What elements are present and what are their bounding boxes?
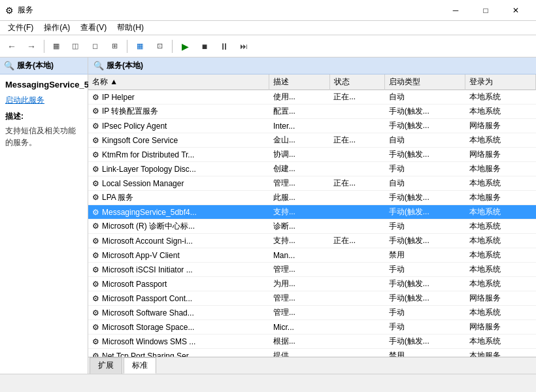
cell-startup: 手动(触发... — [385, 205, 465, 220]
col-header-login[interactable]: 登录为 — [465, 74, 536, 90]
col-header-desc[interactable]: 描述 — [269, 74, 329, 90]
left-panel-icon: 🔍 — [4, 61, 14, 71]
start-service-link[interactable]: 启动此服务 — [5, 95, 82, 106]
cell-name: ⚙Kingsoft Core Service — [88, 133, 269, 148]
cell-desc: Micr... — [269, 320, 329, 335]
cell-login: 本地系统 — [465, 176, 536, 191]
table-row[interactable]: ⚙Microsoft Account Sign-i...支持...正在...手动… — [88, 234, 536, 248]
gear-icon: ⚙ — [92, 251, 99, 260]
table-row[interactable]: ⚙KtmRm for Distributed Tr...协调...手动(触发..… — [88, 148, 536, 162]
pause-button[interactable]: ⏸ — [215, 38, 233, 55]
gear-icon: ⚙ — [92, 337, 99, 346]
table-row[interactable]: ⚙Microsoft (R) 诊断中心标...诊断...手动本地系统 — [88, 220, 536, 234]
gear-icon: ⚙ — [92, 106, 99, 116]
tab-extended[interactable]: 扩展 — [90, 357, 122, 374]
menu-view[interactable]: 查看(V) — [75, 21, 112, 35]
show-console-button[interactable]: ▦ — [48, 38, 65, 55]
restart-button[interactable]: ⏭ — [235, 38, 253, 55]
toolbar-btn-filter[interactable]: ▦ — [131, 38, 149, 55]
table-header-row: 名称 ▲ 描述 状态 启动类型 登录为 — [88, 74, 536, 90]
cell-desc: 配置... — [269, 105, 329, 119]
cell-name: ⚙Microsoft Passport Cont... — [88, 291, 269, 306]
cell-status — [329, 291, 385, 306]
cell-startup: 手动(触发... — [385, 105, 465, 119]
cell-desc: 管理... — [269, 176, 329, 191]
table-row[interactable]: ⚙IPsec Policy AgentInter...手动(触发...网络服务 — [88, 119, 536, 133]
cell-login: 本地系统 — [465, 306, 536, 320]
cell-startup: 手动(触发... — [385, 234, 465, 248]
right-panel-header: 🔍 服务(本地) — [88, 57, 536, 74]
table-row[interactable]: ⚙LPA 服务此服...手动(触发...本地服务 — [88, 191, 536, 205]
toolbar: ← → ▦ ◫ ◻ ⊞ ▦ ⊡ ▶ ■ ⏸ ⏭ — [0, 35, 536, 57]
stop-button[interactable]: ■ — [195, 38, 214, 55]
menu-action[interactable]: 操作(A) — [39, 21, 75, 35]
cell-name: ⚙Net.Tcp Port Sharing Ser... — [88, 349, 269, 357]
cell-desc: 金山... — [269, 133, 329, 148]
minimize-button[interactable]: ─ — [441, 0, 471, 21]
table-row[interactable]: ⚙Microsoft iSCSI Initiator ...管理...手动本地系… — [88, 263, 536, 277]
table-row[interactable]: ⚙Microsoft Passport Cont...管理...手动(触发...… — [88, 291, 536, 306]
cell-desc: 诊断... — [269, 220, 329, 234]
cell-name: ⚙LPA 服务 — [88, 191, 269, 205]
cell-status: 正在... — [329, 176, 385, 191]
cell-startup: 手动 — [385, 220, 465, 234]
tab-bar: 扩展 标准 — [88, 357, 536, 374]
cell-desc: 提供... — [269, 349, 329, 357]
table-row[interactable]: ⚙IP 转换配置服务配置...手动(触发...本地系统 — [88, 105, 536, 119]
gear-icon: ⚙ — [92, 165, 99, 174]
table-row[interactable]: ⚙Local Session Manager管理...正在...自动本地系统 — [88, 176, 536, 191]
cell-status: 正在... — [329, 234, 385, 248]
table-row[interactable]: ⚙MessagingService_5dbf4...支持...手动(触发...本… — [88, 205, 536, 220]
toolbar-separator-2 — [127, 40, 127, 53]
table-row[interactable]: ⚙Microsoft App-V ClientMan...禁用本地系统 — [88, 248, 536, 263]
toolbar-btn-console[interactable]: ⊡ — [150, 38, 169, 55]
cell-name: ⚙Local Session Manager — [88, 176, 269, 191]
maximize-button[interactable]: □ — [471, 0, 501, 21]
cell-startup: 手动 — [385, 263, 465, 277]
forward-button[interactable]: → — [22, 38, 41, 55]
table-row[interactable]: ⚙Microsoft Passport为用...手动(触发...本地系统 — [88, 277, 536, 291]
cell-name: ⚙Microsoft App-V Client — [88, 248, 269, 263]
table-row[interactable]: ⚙Kingsoft Core Service金山...正在...自动本地系统 — [88, 133, 536, 148]
cell-desc: 根据... — [269, 335, 329, 349]
cell-login: 本地系统 — [465, 248, 536, 263]
toolbar-btn-2[interactable]: ◫ — [66, 38, 84, 55]
cell-name: ⚙IP Helper — [88, 90, 269, 105]
services-table-container[interactable]: 名称 ▲ 描述 状态 启动类型 登录为 ⚙IP Helper使用...正在...… — [88, 74, 536, 357]
gear-icon: ⚙ — [92, 179, 99, 188]
close-button[interactable]: ✕ — [501, 0, 531, 21]
cell-desc: 支持... — [269, 234, 329, 248]
table-row[interactable]: ⚙Microsoft Windows SMS ...根据...手动(触发...本… — [88, 335, 536, 349]
col-header-startup[interactable]: 启动类型 — [385, 74, 465, 90]
table-row[interactable]: ⚙IP Helper使用...正在...自动本地系统 — [88, 90, 536, 105]
cell-login: 本地服务 — [465, 191, 536, 205]
cell-desc: 使用... — [269, 90, 329, 105]
toolbar-btn-4[interactable]: ⊞ — [105, 38, 124, 55]
cell-name: ⚙Microsoft (R) 诊断中心标... — [88, 220, 269, 234]
cell-startup: 禁用 — [385, 248, 465, 263]
play-button[interactable]: ▶ — [176, 38, 194, 55]
gear-icon: ⚙ — [92, 280, 99, 289]
table-row[interactable]: ⚙Net.Tcp Port Sharing Ser...提供...禁用本地服务 — [88, 349, 536, 357]
desc-text: 支持短信及相关功能的服务。 — [5, 125, 82, 148]
cell-status — [329, 320, 385, 335]
table-row[interactable]: ⚙Link-Layer Topology Disc...创建...手动本地服务 — [88, 162, 536, 176]
menu-file[interactable]: 文件(F) — [3, 21, 39, 35]
cell-status — [329, 191, 385, 205]
toolbar-btn-3[interactable]: ◻ — [86, 38, 104, 55]
menu-help[interactable]: 帮助(H) — [112, 21, 149, 35]
cell-status — [329, 349, 385, 357]
cell-login: 本地系统 — [465, 90, 536, 105]
col-header-name[interactable]: 名称 ▲ — [88, 74, 269, 90]
cell-status — [329, 263, 385, 277]
col-header-status[interactable]: 状态 — [329, 74, 385, 90]
cell-login: 本地系统 — [465, 205, 536, 220]
tab-standard[interactable]: 标准 — [124, 357, 156, 374]
cell-startup: 自动 — [385, 133, 465, 148]
cell-login: 网络服务 — [465, 291, 536, 306]
toolbar-separator-3 — [172, 40, 173, 53]
table-row[interactable]: ⚙Microsoft Software Shad...管理...手动本地系统 — [88, 306, 536, 320]
table-row[interactable]: ⚙Microsoft Storage Space...Micr...手动网络服务 — [88, 320, 536, 335]
cell-name: ⚙Microsoft Software Shad... — [88, 306, 269, 320]
back-button[interactable]: ← — [3, 38, 21, 55]
